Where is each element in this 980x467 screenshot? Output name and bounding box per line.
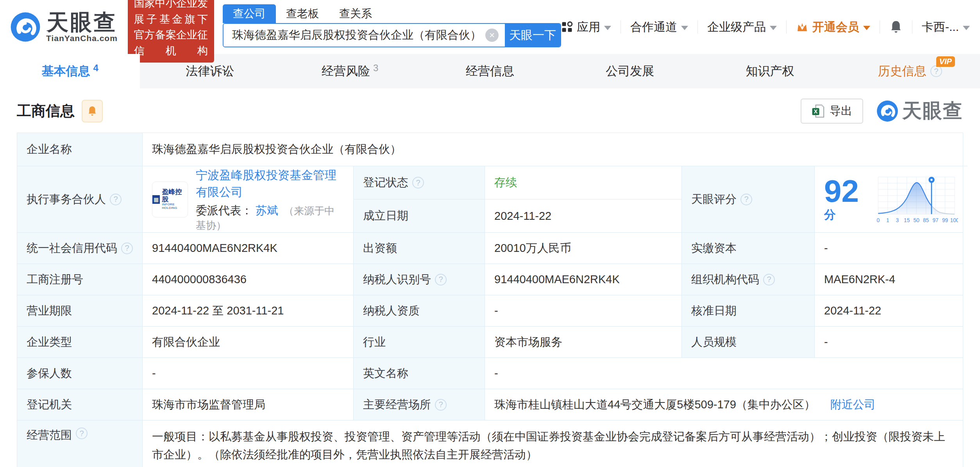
representative-link[interactable]: 苏斌 xyxy=(256,204,278,217)
company-type-value: 有限合伙企业 xyxy=(142,326,353,357)
top-header: 天眼查 TianYanCha.com 国家中小企业发展子基金旗下 官方备案企业征… xyxy=(0,0,980,54)
divider xyxy=(912,20,912,34)
chevron-down-icon xyxy=(770,26,777,30)
field-label: 实缴资本 xyxy=(681,232,814,264)
help-icon[interactable] xyxy=(110,194,122,205)
brand-name: 天眼查 xyxy=(46,11,117,34)
subscribe-bell-button[interactable] xyxy=(82,100,103,122)
search-area: 查公司 查老板 查关系 × 天眼一下 xyxy=(223,7,561,47)
section-title: 工商信息 xyxy=(17,101,75,121)
tab-legal-proceedings[interactable]: 法律诉讼 xyxy=(140,54,280,88)
field-label: 纳税人识别号 xyxy=(353,264,485,295)
help-icon[interactable] xyxy=(435,399,447,411)
chevron-down-icon xyxy=(681,26,688,30)
tianyan-score-cell: 92分 xyxy=(814,166,967,232)
field-label: 出资额 xyxy=(353,232,485,264)
help-icon[interactable] xyxy=(76,427,88,439)
insured-count-value: - xyxy=(142,357,353,389)
field-label: 主要经营场所 xyxy=(353,389,485,420)
tianyancha-swirl-icon xyxy=(10,12,41,42)
help-icon[interactable] xyxy=(930,65,942,77)
svg-text:50: 50 xyxy=(913,217,919,223)
search-tab-relation[interactable]: 查关系 xyxy=(329,4,382,23)
nav-cooperation-label: 合作通道 xyxy=(630,19,677,35)
registration-number-value: 440400000836436 xyxy=(142,264,353,295)
apps-grid-icon xyxy=(561,21,573,33)
nav-user-account[interactable]: 卡西-... xyxy=(922,19,970,35)
search-input[interactable] xyxy=(224,24,485,47)
username: 卡西-... xyxy=(922,19,959,35)
field-label: 成立日期 xyxy=(353,199,485,232)
managing-partner-cell: ▦ 盈峰控股 INFORE HOLDING 宁波盈峰股权投资基金管理有限公司 委… xyxy=(142,166,353,232)
search-tab-company[interactable]: 查公司 xyxy=(223,4,276,23)
nav-cooperation[interactable]: 合作通道 xyxy=(630,19,688,35)
help-icon[interactable] xyxy=(435,274,447,286)
english-name-value: - xyxy=(485,357,963,389)
business-address-cell: 珠海市桂山镇桂山大道44号交通大厦5楼509-179（集中办公区） 附近公司 xyxy=(485,389,963,420)
nav-enterprise-products[interactable]: 企业级产品 xyxy=(707,19,777,35)
help-icon[interactable] xyxy=(740,194,752,205)
search-button[interactable]: 天眼一下 xyxy=(505,24,560,47)
svg-text:97: 97 xyxy=(932,217,938,223)
table-row: 工商注册号 440400000836436 纳税人识别号 91440400MAE… xyxy=(17,264,963,295)
tab-count: 3 xyxy=(373,63,378,74)
tab-business-info[interactable]: 经营信息 xyxy=(420,54,560,88)
search-tab-boss[interactable]: 查老板 xyxy=(276,4,329,23)
partner-logo-cn: 盈峰控股 xyxy=(162,189,188,203)
field-label-text: 纳税人识别号 xyxy=(363,272,431,287)
field-label: 行业 xyxy=(353,326,485,357)
export-label: 导出 xyxy=(830,103,852,119)
svg-text:1: 1 xyxy=(886,217,889,223)
capital-value: 20010万人民币 xyxy=(485,232,681,264)
svg-text:99: 99 xyxy=(942,217,948,223)
svg-text:X: X xyxy=(814,108,818,115)
tab-company-development[interactable]: 公司发展 xyxy=(560,54,700,88)
rep-prefix: 委派代表： xyxy=(196,204,252,217)
table-row: 参保人数 - 英文名称 - xyxy=(17,357,963,389)
tab-label: 基本信息 xyxy=(41,63,90,79)
field-label-text: 主要经营场所 xyxy=(363,397,431,413)
top-nav: 应用 合作通道 企业级产品 开通会员 卡西-... xyxy=(561,19,970,35)
field-label: 英文名称 xyxy=(353,357,485,389)
search-box: × 天眼一下 xyxy=(223,23,561,47)
partner-logo-en: INFORE HOLDING xyxy=(162,203,188,210)
nav-apps[interactable]: 应用 xyxy=(561,19,611,35)
field-label: 营业期限 xyxy=(17,295,142,326)
divider xyxy=(697,20,698,34)
divider xyxy=(880,20,880,34)
field-label: 天眼评分 xyxy=(681,166,814,232)
taxpayer-id-value: 91440400MAE6N2RK4K xyxy=(485,264,681,295)
registration-authority-value: 珠海市市场监督管理局 xyxy=(142,389,353,420)
partner-company-logo[interactable]: ▦ 盈峰控股 INFORE HOLDING xyxy=(152,181,188,217)
bell-icon xyxy=(87,105,97,117)
export-button[interactable]: X 导出 xyxy=(801,99,863,124)
svg-text:100: 100 xyxy=(950,217,958,223)
nav-open-vip[interactable]: 开通会员 xyxy=(796,19,870,35)
field-label-text: 经营范围 xyxy=(27,427,72,443)
tianyancha-logo[interactable]: 天眼查 TianYanCha.com xyxy=(10,11,118,43)
industry-value: 资本市场服务 xyxy=(485,326,681,357)
divider xyxy=(621,20,621,34)
notification-bell-icon[interactable] xyxy=(889,20,903,34)
score-value: 92 xyxy=(824,174,859,208)
field-label: 核准日期 xyxy=(681,295,814,326)
tianyancha-watermark: 天眼查 xyxy=(876,98,963,124)
field-label: 执行事务合伙人 xyxy=(17,166,142,232)
partner-company-link[interactable]: 宁波盈峰股权投资基金管理有限公司 xyxy=(196,167,344,201)
tab-basic-info[interactable]: 基本信息 4 xyxy=(0,54,140,88)
help-icon[interactable] xyxy=(121,242,133,254)
svg-text:0: 0 xyxy=(876,217,880,223)
tab-intellectual-property[interactable]: 知识产权 xyxy=(700,54,840,88)
establish-date-value: 2024-11-22 xyxy=(485,199,681,232)
field-label: 企业类型 xyxy=(17,326,142,357)
nearby-companies-link[interactable]: 附近公司 xyxy=(830,397,876,413)
table-row: 执行事务合伙人 ▦ 盈峰控股 INFORE HOLDING 宁波盈峰股权投资基金… xyxy=(17,166,963,232)
tab-history-info[interactable]: VIP 历史信息 xyxy=(840,54,980,88)
clear-search-icon[interactable]: × xyxy=(485,29,499,42)
svg-text:15: 15 xyxy=(904,217,910,223)
help-icon[interactable] xyxy=(412,177,424,189)
tab-business-risk[interactable]: 经营风险 3 xyxy=(280,54,420,88)
field-label: 登记机关 xyxy=(17,389,142,420)
nav-enterprise-label: 企业级产品 xyxy=(707,19,766,35)
help-icon[interactable] xyxy=(763,274,775,286)
